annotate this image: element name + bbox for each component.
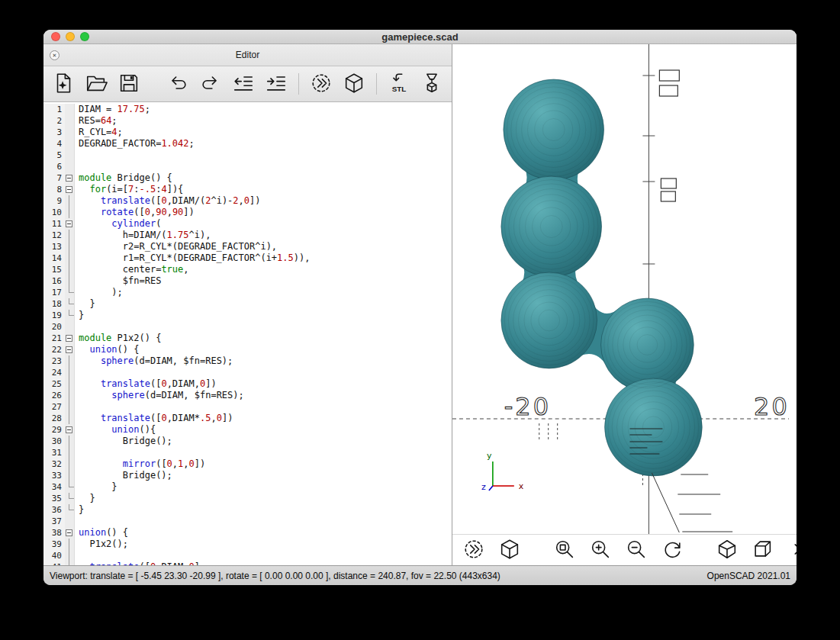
code-line[interactable]: 14 r1=R_CYL*(DEGRADE_FACTOR^(i+1.5)), <box>43 252 452 264</box>
viewport-zoom-in-button[interactable] <box>587 535 614 564</box>
render-icon <box>498 538 521 563</box>
code-line[interactable]: 6 <box>43 161 452 172</box>
code-line[interactable]: 30 Bridge(); <box>43 436 452 447</box>
viewport-reset-view-button[interactable] <box>658 535 686 564</box>
code-line[interactable]: 2RES=64; <box>43 115 452 127</box>
fold-guide <box>65 138 75 150</box>
code-line[interactable]: 35 } <box>43 493 452 504</box>
line-number: 5 <box>43 150 65 161</box>
fold-guide <box>65 275 75 287</box>
code-line[interactable]: 16 $fn=RES <box>43 275 452 287</box>
code-line[interactable]: 8 for(i=[7:-.5:4]){ <box>43 184 452 195</box>
fold-marker[interactable] <box>65 333 75 344</box>
editor-export-stl-button[interactable]: STL <box>385 69 413 98</box>
code-text: sphere(d=DIAM, $fn=RES); <box>75 390 244 401</box>
code-line[interactable]: 34 } <box>43 481 452 493</box>
zoom-window-button[interactable] <box>80 32 89 41</box>
line-number: 40 <box>43 550 65 561</box>
viewport-3d[interactable]: y x z -20 20 <box>452 44 797 565</box>
fold-marker[interactable] <box>65 527 75 539</box>
code-line[interactable]: 5 <box>43 150 452 161</box>
fold-marker[interactable] <box>65 184 75 195</box>
more-icon <box>787 538 797 563</box>
line-number: 23 <box>43 355 65 367</box>
code-line[interactable]: 41 translate([0,DIAM,0] <box>43 561 452 565</box>
line-number: 37 <box>43 516 65 527</box>
code-text: union(){ <box>75 424 156 436</box>
code-line[interactable]: 37 <box>43 516 452 527</box>
code-line[interactable]: 7module Bridge() { <box>43 172 452 184</box>
fold-marker[interactable] <box>65 424 75 436</box>
fold-guide <box>65 252 75 264</box>
viewport-view-orthographic-button[interactable] <box>749 535 777 564</box>
editor-save-file-button[interactable] <box>115 69 143 98</box>
code-line[interactable]: 19} <box>43 310 452 321</box>
undo-icon <box>166 72 189 97</box>
viewport-zoom-all-button[interactable] <box>551 535 578 564</box>
code-line[interactable]: 12 h=DIAM/(1.75^i), <box>43 230 452 241</box>
editor-indent-button[interactable] <box>262 69 290 98</box>
code-line[interactable]: 3R_CYL=4; <box>43 127 452 138</box>
code-line[interactable]: 27 <box>43 401 452 413</box>
editor-close-icon[interactable] <box>50 50 60 60</box>
minimize-window-button[interactable] <box>66 32 75 41</box>
code-line[interactable]: 38union() { <box>43 527 452 539</box>
code-line[interactable]: 26 sphere(d=DIAM, $fn=RES); <box>43 390 452 401</box>
code-text: center=true, <box>75 264 189 275</box>
3d-scene[interactable]: y x z -20 20 <box>452 44 789 534</box>
editor-new-file-button[interactable] <box>50 69 77 98</box>
code-line[interactable]: 23 sphere(d=DIAM, $fn=RES); <box>43 355 452 367</box>
code-line[interactable]: 15 center=true, <box>43 264 452 275</box>
viewport-zoom-out-button[interactable] <box>623 535 650 564</box>
code-line[interactable]: 13 r2=R_CYL*(DEGRADE_FACTOR^i), <box>43 241 452 252</box>
viewport-render-preview-button[interactable] <box>460 535 488 564</box>
editor-unindent-button[interactable] <box>230 69 257 98</box>
fold-guide <box>65 321 75 333</box>
editor-dock-header[interactable]: Editor <box>43 44 452 66</box>
code-line[interactable]: 29 union(){ <box>43 424 452 436</box>
fold-guide <box>65 481 75 493</box>
editor-redo-button[interactable] <box>197 69 224 98</box>
code-line[interactable]: 25 translate([0,DIAM,0]) <box>43 378 452 390</box>
code-line[interactable]: 40 <box>43 550 452 561</box>
axis-label-pos20: 20 <box>754 392 789 421</box>
code-line[interactable]: 4DEGRADE_FACTOR=1.042; <box>43 138 452 150</box>
code-editor[interactable]: 1DIAM = 17.75;2RES=64;3R_CYL=4;4DEGRADE_… <box>43 102 452 565</box>
fold-marker[interactable] <box>65 218 75 230</box>
code-line[interactable]: 36} <box>43 504 452 516</box>
line-number: 13 <box>43 241 65 252</box>
editor-open-file-button[interactable] <box>82 69 110 98</box>
axis-label-neg20: -20 <box>504 392 551 421</box>
code-line[interactable]: 31 <box>43 447 452 458</box>
code-line[interactable]: 18 } <box>43 298 452 310</box>
editor-render-button[interactable] <box>340 69 368 98</box>
editor-render-preview-button[interactable] <box>307 69 335 98</box>
code-line[interactable]: 39 P1x2(); <box>43 539 452 550</box>
code-line[interactable]: 24 <box>43 367 452 378</box>
zoom-all-icon <box>553 538 576 563</box>
fold-marker[interactable] <box>65 172 75 184</box>
code-line[interactable]: 28 translate([0,DIAM*.5,0]) <box>43 413 452 424</box>
code-line[interactable]: 21module P1x2() { <box>43 333 452 344</box>
save-file-icon <box>117 72 140 97</box>
editor-undo-button[interactable] <box>164 69 191 98</box>
code-line[interactable]: 11 cylinder( <box>43 218 452 230</box>
window-titlebar[interactable]: gamepiece.scad <box>43 30 797 44</box>
code-line[interactable]: 10 rotate([0,90,90]) <box>43 207 452 218</box>
viewport-more-button[interactable] <box>785 535 797 564</box>
code-line[interactable]: 17 ); <box>43 287 452 298</box>
fold-marker[interactable] <box>65 344 75 355</box>
code-line[interactable]: 20 <box>43 321 452 333</box>
viewport-render-button[interactable] <box>496 535 523 564</box>
viewport-view-perspective-button[interactable] <box>713 535 741 564</box>
code-line[interactable]: 22 union() { <box>43 344 452 355</box>
line-number: 15 <box>43 264 65 275</box>
editor-print-3d-button[interactable] <box>418 69 446 98</box>
fold-guide <box>65 310 75 321</box>
code-text: r2=R_CYL*(DEGRADE_FACTOR^i), <box>75 241 277 252</box>
close-window-button[interactable] <box>51 32 60 41</box>
code-line[interactable]: 32 mirror([0,1,0]) <box>43 458 452 470</box>
code-line[interactable]: 1DIAM = 17.75; <box>43 104 452 115</box>
code-line[interactable]: 9 translate([0,DIAM/(2^i)-2,0]) <box>43 195 452 207</box>
code-line[interactable]: 33 Bridge(); <box>43 470 452 481</box>
